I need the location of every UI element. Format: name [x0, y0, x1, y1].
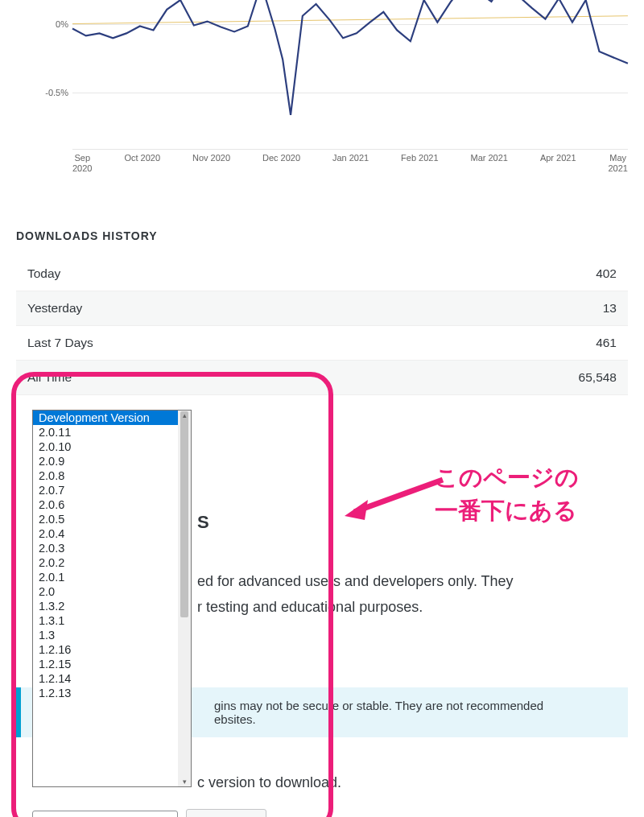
row-value: 13 — [379, 291, 628, 326]
version-option[interactable]: 2.0.11 — [33, 425, 191, 439]
version-option[interactable]: 2.0.5 — [33, 512, 191, 526]
versions-body-line1: ed for advanced users and developers onl… — [197, 571, 628, 593]
notice-line2: ebsites. — [214, 712, 615, 726]
version-option[interactable]: 2.0.3 — [33, 541, 191, 555]
row-value: 402 — [379, 257, 628, 291]
downloads-history-table: Today402 Yesterday13 Last 7 Days461 All … — [16, 257, 628, 395]
version-option[interactable]: 1.3.1 — [33, 613, 191, 628]
scroll-down-icon[interactable]: ▾ — [178, 778, 191, 786]
download-button[interactable]: Download — [186, 809, 267, 817]
row-label: Yesterday — [16, 291, 379, 326]
version-option[interactable]: 1.3.2 — [33, 599, 191, 613]
page-root: 0% -0.5% Sep 2020 Oct 2020 Nov 2020 Dec … — [0, 0, 644, 817]
version-option[interactable]: 2.0.10 — [33, 439, 191, 454]
version-option[interactable]: 2.0.2 — [33, 555, 191, 570]
row-value: 461 — [379, 326, 628, 361]
version-option[interactable]: 2.0.9 — [33, 454, 191, 468]
version-listbox[interactable]: Development Version 2.0.11 2.0.10 2.0.9 … — [32, 410, 192, 787]
y-tick-1: -0.5% — [45, 88, 68, 97]
previous-versions-heading-partial: S — [197, 512, 210, 533]
version-option[interactable]: 2.0.6 — [33, 497, 191, 512]
versions-body-line2: r testing and educational purposes. — [197, 596, 628, 619]
row-label: Today — [16, 257, 379, 291]
version-option[interactable]: 1.2.13 — [33, 686, 191, 700]
version-option[interactable]: 2.0.8 — [33, 468, 191, 483]
scroll-up-icon[interactable]: ▴ — [178, 411, 191, 419]
version-option[interactable]: 1.3 — [33, 628, 191, 642]
version-option[interactable]: 1.2.15 — [33, 657, 191, 671]
version-option[interactable]: Development Version — [33, 411, 191, 425]
select-prompt-partial: c version to download. — [197, 772, 341, 794]
version-option[interactable]: 2.0.4 — [33, 526, 191, 541]
row-label: Last 7 Days — [16, 326, 379, 361]
table-row: Yesterday13 — [16, 291, 628, 326]
downloads-history-heading: DOWNLOADS HISTORY — [16, 229, 628, 242]
annotation-arrow-icon — [342, 476, 447, 520]
version-option[interactable]: 2.0.1 — [33, 570, 191, 584]
y-tick-0: 0% — [56, 19, 68, 29]
row-label: All Time — [16, 361, 379, 395]
version-option[interactable]: 1.2.16 — [33, 642, 191, 657]
notice-line1: gins may not be secure or stable. They a… — [214, 699, 615, 712]
chart-line — [72, 0, 628, 146]
table-row: Last 7 Days461 — [16, 326, 628, 361]
chart-x-axis: Sep 2020 Oct 2020 Nov 2020 Dec 2020 Jan … — [72, 153, 628, 174]
row-value: 65,548 — [379, 361, 628, 395]
table-row: All Time65,548 — [16, 361, 628, 395]
svg-line-0 — [72, 16, 628, 24]
version-option[interactable]: 1.2.14 — [33, 671, 191, 686]
versions-region: S ed for advanced users and developers o… — [16, 395, 628, 817]
version-option[interactable]: 2.0.7 — [33, 483, 191, 497]
table-row: Today402 — [16, 257, 628, 291]
listbox-scrollbar[interactable]: ▴ ▾ — [178, 411, 191, 786]
version-select[interactable]: Development Version — [32, 811, 178, 817]
svg-marker-2 — [345, 500, 368, 520]
chart-plot — [72, 0, 628, 149]
growth-chart: 0% -0.5% Sep 2020 Oct 2020 Nov 2020 Dec … — [16, 0, 628, 185]
svg-line-1 — [354, 480, 443, 512]
version-option[interactable]: 2.0 — [33, 584, 191, 599]
annotation-text: このページの 一番下にある — [435, 461, 579, 526]
